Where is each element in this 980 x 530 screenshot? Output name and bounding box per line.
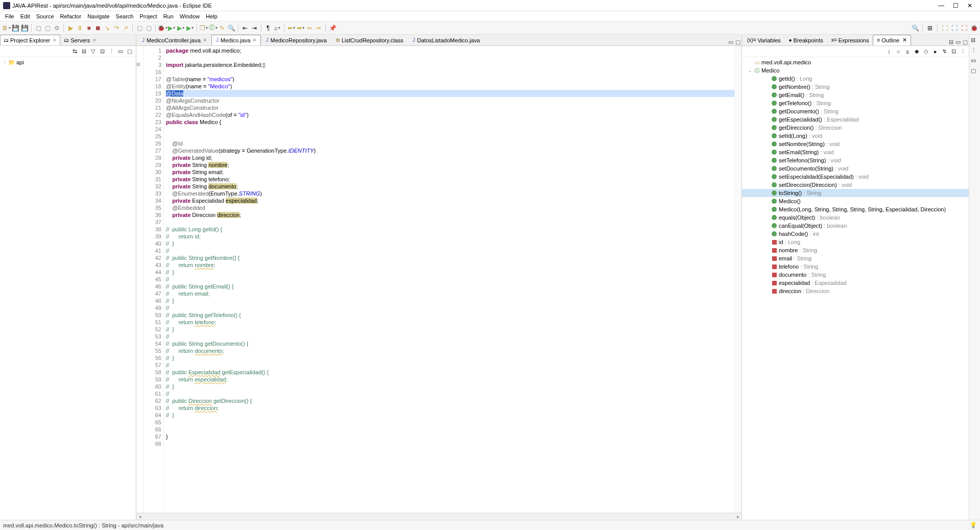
box4-icon[interactable] <box>145 24 153 32</box>
hide-static-icon[interactable]: s <box>903 47 912 56</box>
max-icon[interactable]: ▢ <box>126 47 134 56</box>
code-line-60[interactable]: // } <box>166 383 734 390</box>
code-line-39[interactable]: // return id; <box>166 233 734 240</box>
run-icon[interactable]: ▾ <box>168 24 176 32</box>
outline-setdocumento-string-[interactable]: setDocumento(String) : void <box>742 164 969 173</box>
outline-tree[interactable]: med.voll.api.medico⌄MedicogetId() : Long… <box>742 57 969 520</box>
code-line-58[interactable]: // public Especialidad getEspecialidad()… <box>166 369 734 376</box>
menu-source[interactable]: Source <box>33 12 57 20</box>
disconnect-icon[interactable]: ⏹ <box>94 24 102 32</box>
code-line-62[interactable]: // public Direccion getDireccion() { <box>166 397 734 404</box>
code-line-55[interactable]: // return documento; <box>166 347 734 354</box>
trim-3-icon[interactable]: ▭ <box>971 57 979 65</box>
code-line-16[interactable] <box>166 68 734 76</box>
menu-navigate[interactable]: Navigate <box>84 12 112 20</box>
code-line-25[interactable] <box>166 133 734 140</box>
code-line-49[interactable]: // <box>166 304 734 311</box>
outline-setdireccion-direccion-[interactable]: setDireccion(Direccion) : void <box>742 181 969 189</box>
code-line-66[interactable] <box>166 426 734 433</box>
resume-icon[interactable]: ▶ <box>66 24 75 32</box>
outline-medico-long--string--string--string--string--especialidad--direccion-[interactable]: Medico(Long, String, String, String, Str… <box>742 205 969 213</box>
search2-icon[interactable] <box>227 24 235 32</box>
code-line-65[interactable] <box>166 419 734 426</box>
code-line-35[interactable]: @Embedded <box>166 204 734 211</box>
box3-icon[interactable] <box>135 24 144 32</box>
persp-git-icon[interactable]: ⛶ <box>960 24 968 32</box>
indent-icon[interactable]: ⇥ <box>250 24 258 32</box>
o2-icon[interactable]: ↯ <box>940 47 948 56</box>
code-line-42[interactable]: // public String getNombre() { <box>166 254 734 261</box>
code-line-64[interactable]: // } <box>166 412 734 419</box>
code-line-51[interactable]: // return telefono; <box>166 319 734 326</box>
editor-tab-medicorepository-java[interactable]: JMedicoRepository.java <box>261 35 331 45</box>
focus-icon[interactable]: ⊡ <box>98 47 106 56</box>
outline-setid-long-[interactable]: setId(Long) : void <box>742 132 969 140</box>
code-line-47[interactable]: // return email; <box>166 290 734 297</box>
code-line-2[interactable] <box>166 54 734 61</box>
outline-canequal-object-[interactable]: canEqual(Object) : boolean <box>742 222 969 230</box>
code-editor[interactable]: ⊞ 12316171819202122232425262728293031323… <box>136 46 742 513</box>
code-line-68[interactable] <box>166 440 734 447</box>
outline-getdocumento--[interactable]: getDocumento() : String <box>742 107 969 115</box>
terminate-icon[interactable] <box>85 24 93 32</box>
outline-especialidad[interactable]: especialidad : Especialidad <box>742 279 969 287</box>
view-tab-project-explorer[interactable]: 🗂Project Explorer✕ <box>0 35 60 45</box>
debug-icon[interactable]: ▾ <box>158 24 166 32</box>
outline-equals-object-[interactable]: equals(Object) : boolean <box>742 213 969 222</box>
editor-tab-datoslistadomedico-java[interactable]: JDatosListadoMedico.java <box>408 35 485 45</box>
trim-1-icon[interactable]: ⊟ <box>971 37 979 45</box>
code-line-29[interactable]: private String nombre; <box>166 161 734 168</box>
hide-local-icon[interactable]: ◇ <box>922 47 930 56</box>
editor-hscroll[interactable]: ◂▸ <box>136 513 742 520</box>
outline-menu-icon[interactable]: ⋮ <box>959 47 967 56</box>
editor-min-icon[interactable]: ▭ <box>727 39 734 45</box>
outline-getespecialidad--[interactable]: getEspecialidad() : Especialidad <box>742 115 969 124</box>
code-line-67[interactable]: } <box>166 433 734 440</box>
code-line-50[interactable]: // public String getTelefono() { <box>166 311 734 319</box>
outline-setnombre-string-[interactable]: setNombre(String) : void <box>742 140 969 148</box>
code-line-22[interactable]: @EqualsAndHashCode(of = "id") <box>166 111 734 118</box>
step-return-icon[interactable]: ↗ <box>122 24 130 32</box>
outline-getemail--[interactable]: getEmail() : String <box>742 91 969 99</box>
min-icon[interactable]: ▭ <box>116 47 125 56</box>
code-line-32[interactable]: private String documento; <box>166 183 734 190</box>
outline-documento[interactable]: documento : String <box>742 271 969 279</box>
code-line-43[interactable]: // return nombre; <box>166 261 734 269</box>
persp-java-icon[interactable]: ⛶ <box>941 24 949 32</box>
code-line-21[interactable]: @AllArgsConstructor <box>166 104 734 111</box>
code-line-36[interactable]: private Direccion direccion; <box>166 211 734 219</box>
code-line-1[interactable]: package med.voll.api.medico; <box>166 47 734 54</box>
code-line-17[interactable]: @Table(name = "medicos") <box>166 76 734 83</box>
editor-tab-medico-java[interactable]: JMedico.java✕ <box>211 35 261 45</box>
new-class-icon[interactable]: Ⓒ▾ <box>209 24 217 32</box>
tree-root-api[interactable]: › api <box>2 58 134 66</box>
menu-refactor[interactable]: Refactor <box>57 12 85 20</box>
code-line-3[interactable]: import jakarta.persistence.Embedded;▯ <box>166 61 734 68</box>
persp-jee-icon[interactable]: ⛶ <box>950 24 959 32</box>
code-line-20[interactable]: @NoArgsConstructor <box>166 97 734 104</box>
outline-id[interactable]: id : Long <box>742 238 969 246</box>
code-line-26[interactable]: @Id <box>166 140 734 147</box>
right-tab-breakpoints[interactable]: ●Breakpoints <box>785 35 827 45</box>
code-line-30[interactable]: private String email; <box>166 168 734 176</box>
outline-hashcode--[interactable]: hashCode() : int <box>742 230 969 238</box>
outline-direccion[interactable]: direccion : Direccion <box>742 287 969 295</box>
step-into-icon[interactable]: ↘ <box>103 24 111 32</box>
outline-email[interactable]: email : String <box>742 254 969 262</box>
close-button[interactable]: ✕ <box>963 2 977 9</box>
code-line-52[interactable]: // } <box>166 326 734 333</box>
code-line-54[interactable]: // public String getDocumento() { <box>166 340 734 347</box>
code-line-63[interactable]: // return direccion; <box>166 404 734 412</box>
minimize-button[interactable]: — <box>934 2 948 9</box>
hide-fields-icon[interactable]: ○ <box>894 47 902 56</box>
o1-icon[interactable]: ● <box>931 47 939 56</box>
code-line-23[interactable]: public class Medico { <box>166 118 734 126</box>
code-line-24[interactable] <box>166 126 734 133</box>
o3-icon[interactable]: ⊡ <box>949 47 958 56</box>
code-line-53[interactable]: // <box>166 333 734 340</box>
menu-window[interactable]: Window <box>177 12 203 20</box>
code-line-33[interactable]: @Enumerated(EnumType.STRING) <box>166 190 734 197</box>
menu-run[interactable]: Run <box>160 12 177 20</box>
outline-gettelefono--[interactable]: getTelefono() : String <box>742 99 969 107</box>
new-pkg-icon[interactable]: ❐▾ <box>200 24 208 32</box>
